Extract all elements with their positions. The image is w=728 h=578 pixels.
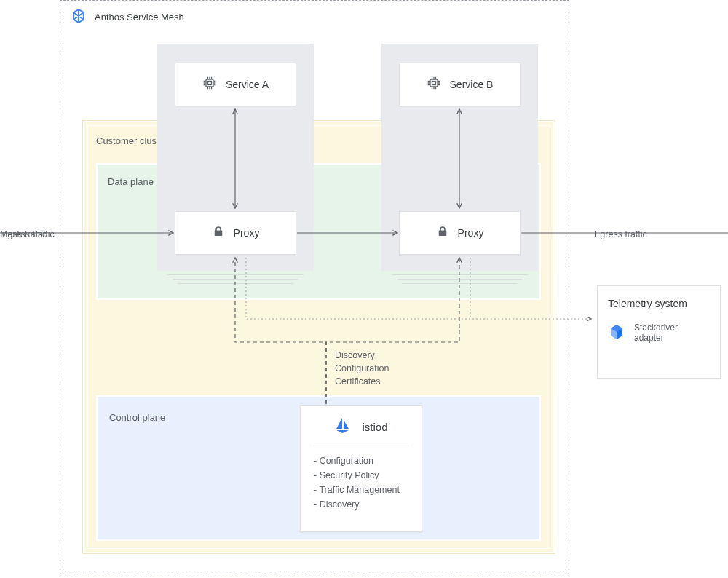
lock-icon [436,225,449,241]
istio-sail-icon [334,416,352,437]
telemetry-title: Telemetry system [608,298,710,309]
proxy-b-label: Proxy [458,227,484,239]
cpu-chip-icon [202,76,217,93]
svg-rect-1 [207,82,211,85]
service-b-box: Service B [399,63,521,106]
product-title: Anthos Service Mesh [95,12,184,23]
istiod-title: istiod [362,421,387,433]
cpu-chip-icon [427,76,441,93]
istiod-box: istiod - Configuration - Security Policy… [300,405,422,532]
data-plane-label: Data plane [108,176,154,187]
service-a-box: Service A [175,63,296,106]
control-to-proxy-labels: Discovery Configuration Certificates [335,349,389,388]
service-b-label: Service B [450,79,494,90]
proxy-a-label: Proxy [234,227,260,239]
service-group-b: Service B Proxy [381,44,538,271]
mesh-traffic-label: Mesh traffic [0,229,47,239]
service-group-a: Service A Proxy [157,44,314,271]
proxy-a-box: Proxy [175,211,296,255]
service-a-label: Service A [226,79,269,90]
svg-rect-0 [206,79,213,87]
telemetry-item-label: Stackdriver adapter [634,322,678,343]
svg-rect-2 [430,79,438,87]
lock-icon [212,225,225,241]
istiod-feature-list: - Configuration - Security Policy - Traf… [314,454,408,512]
svg-rect-3 [432,82,435,85]
control-plane-label: Control plane [109,412,165,423]
proxy-b-box: Proxy [399,211,521,255]
stackdriver-hex-icon [608,323,625,343]
egress-traffic-label: Egress traffic [594,229,647,239]
telemetry-box: Telemetry system Stackdriver adapter [597,285,721,379]
mesh-logo-icon [70,7,87,25]
